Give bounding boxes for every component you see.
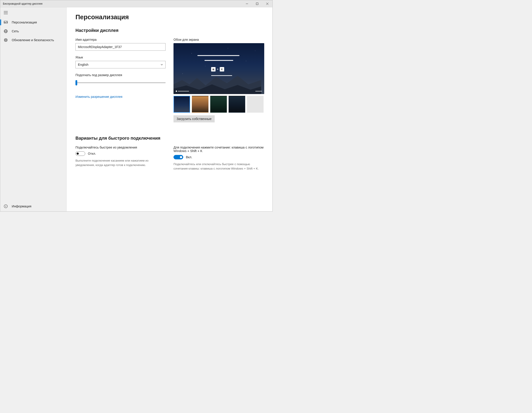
- notif-quick-connect-toggle[interactable]: [76, 151, 85, 156]
- language-value: English: [78, 63, 88, 67]
- wallpaper-thumbnails: [173, 96, 264, 113]
- nav-list: Персонализация Сеть Обновление и безопас…: [0, 18, 66, 201]
- window-title: Беспроводной адаптер дисплея: [3, 2, 242, 5]
- upload-wallpaper-button[interactable]: Загрузить собственные: [173, 115, 215, 122]
- wallpaper-label: Обои для экрана: [173, 38, 264, 41]
- svg-point-8: [4, 22, 5, 22]
- window-controls: [242, 0, 272, 7]
- notif-quick-connect-label: Подключайтесь быстрее из уведомления: [76, 146, 166, 149]
- wallpaper-preview[interactable]: ⊞ + K: [173, 43, 264, 94]
- wallpaper-thumb-1[interactable]: [173, 96, 190, 113]
- nav-item-update-security[interactable]: Обновление и безопасность: [0, 36, 66, 45]
- info-icon: [4, 204, 8, 208]
- fit-display-label: Подогнать под размер дисплея: [76, 73, 166, 77]
- sidebar: Персонализация Сеть Обновление и безопас…: [0, 7, 66, 211]
- nav-item-info[interactable]: Информация: [0, 201, 66, 211]
- svg-rect-1: [256, 3, 258, 5]
- nav-item-label: Сеть: [12, 29, 19, 33]
- wallpaper-thumb-4[interactable]: [228, 96, 245, 113]
- svg-point-27: [6, 205, 6, 206]
- hotkey-quick-connect-helper: Подключайтесь или отключайтесь быстрее с…: [173, 162, 264, 171]
- adapter-name-label: Имя адаптера: [76, 38, 166, 41]
- title-bar: Беспроводной адаптер дисплея: [0, 0, 272, 7]
- nav-item-label: Персонализация: [12, 20, 37, 24]
- svg-rect-13: [5, 40, 6, 41]
- maximize-button[interactable]: [252, 0, 262, 7]
- nav-item-label: Информация: [12, 204, 31, 208]
- wallpaper-pagination: [176, 91, 189, 92]
- globe-icon: [4, 29, 8, 33]
- wallpaper-thumb-3[interactable]: [210, 96, 227, 113]
- k-key-icon: K: [220, 67, 224, 71]
- page-title: Персонализация: [76, 13, 264, 21]
- main-content: Персонализация Настройки дисплея Имя ада…: [66, 7, 272, 211]
- wallpaper-thumb-2[interactable]: [192, 96, 209, 113]
- nav-item-network[interactable]: Сеть: [0, 27, 66, 36]
- wallpaper-thumb-blank[interactable]: [247, 96, 264, 113]
- app-window: Беспроводной адаптер дисплея: [0, 0, 273, 211]
- hotkey-quick-connect-label: Для подключения нажмите сочетание: клави…: [173, 146, 264, 153]
- notif-quick-connect-state: Откл.: [88, 152, 96, 155]
- close-button[interactable]: [262, 0, 272, 7]
- svg-rect-12: [5, 39, 7, 41]
- language-label: Язык: [76, 56, 166, 59]
- chevron-down-icon: [161, 63, 163, 66]
- hamburger-icon: [4, 11, 8, 14]
- nav-item-label: Обновление и безопасность: [12, 38, 54, 42]
- hotkey-quick-connect-state: Вкл.: [186, 155, 192, 159]
- change-resolution-link[interactable]: Изменить разрешение дисплея: [76, 95, 122, 98]
- quick-connect-heading: Варианты для быстрого подключения: [76, 136, 264, 141]
- personalize-icon: [4, 20, 8, 24]
- windows-key-icon: ⊞: [211, 67, 216, 71]
- minimize-button[interactable]: [242, 0, 252, 7]
- nav-item-personalization[interactable]: Персонализация: [0, 18, 66, 27]
- adapter-name-input[interactable]: [76, 43, 166, 51]
- hotkey-quick-connect-toggle[interactable]: [173, 155, 183, 159]
- plus-icon: +: [217, 68, 218, 71]
- fit-display-slider[interactable]: [76, 83, 166, 83]
- language-select[interactable]: English: [76, 61, 166, 68]
- chip-icon: [4, 38, 8, 42]
- notif-quick-connect-helper: Выполните подключение касанием или нажат…: [76, 158, 166, 167]
- display-settings-heading: Настройки дисплея: [76, 28, 264, 33]
- hamburger-button[interactable]: [0, 7, 66, 18]
